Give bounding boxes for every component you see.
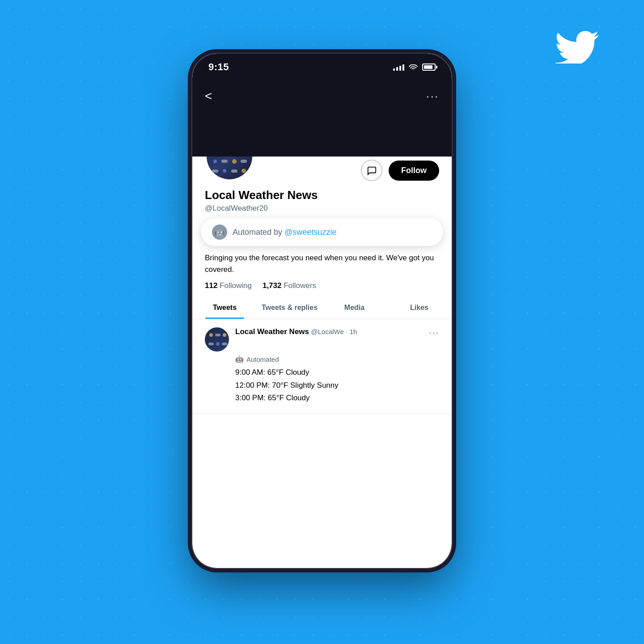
phone-frame: 9:15 < [192, 54, 452, 568]
tab-tweets[interactable]: Tweets [192, 297, 257, 319]
tweet-line-3: 3:00 PM: 65°F Cloudy [235, 392, 439, 404]
tweet-header: Local Weather News @LocalWe · 1h ··· [205, 327, 439, 352]
followers-label: Followers [284, 281, 316, 290]
following-count: 112 [205, 281, 217, 290]
status-time: 9:15 [208, 61, 229, 73]
battery-icon [422, 64, 436, 71]
tweet-author-handle: @LocalWe [311, 328, 343, 335]
tab-likes[interactable]: Likes [387, 297, 452, 319]
tweet-author-info: Local Weather News @LocalWe · 1h [235, 327, 423, 336]
tweet-avatar [205, 327, 229, 352]
profile-tabs: Tweets Tweets & replies Media Likes [192, 297, 452, 319]
tab-tweets-replies[interactable]: Tweets & replies [257, 297, 322, 319]
robot-icon: 🤖 [212, 225, 227, 240]
profile-handle: @LocalWeather20 [205, 204, 439, 213]
tweet-author-name: Local Weather News [235, 327, 309, 336]
profile-header-bg [192, 112, 452, 157]
message-icon [367, 165, 377, 175]
message-button[interactable] [361, 160, 382, 181]
profile-stats: 112 Following 1,732 Followers [205, 281, 439, 297]
twitter-logo-icon [555, 27, 599, 64]
signal-bars-icon [393, 64, 404, 71]
profile-bio: Bringing you the forecast you need when … [205, 252, 439, 275]
following-label: Following [220, 281, 252, 290]
automated-by-link[interactable]: @sweetsuzzie [284, 228, 336, 237]
more-menu-button[interactable]: ··· [426, 90, 439, 102]
tweet-automated-text: Automated [246, 356, 279, 363]
tweet-more-button[interactable]: ··· [429, 327, 439, 338]
profile-name: Local Weather News [205, 188, 439, 202]
nav-bar: < ··· [192, 80, 452, 112]
follow-button[interactable]: Follow [389, 161, 439, 181]
phone-screen: 9:15 < [192, 54, 452, 568]
automated-badge: 🤖 Automated by @sweetsuzzie [201, 218, 443, 246]
back-button[interactable]: < [205, 89, 212, 103]
tweet-line-2: 12:00 PM: 70°F Slightly Sunny [235, 380, 439, 391]
wifi-icon [409, 64, 418, 71]
tab-media[interactable]: Media [322, 297, 387, 319]
status-bar: 9:15 [192, 54, 452, 80]
tweet-robot-icon: 🤖 [235, 355, 244, 363]
action-buttons: Follow [361, 160, 439, 181]
tweet-item: Local Weather News @LocalWe · 1h ··· 🤖 A… [192, 319, 452, 414]
profile-content: Follow Local Weather News @LocalWeather2… [192, 132, 452, 297]
followers-stat[interactable]: 1,732 Followers [263, 281, 316, 290]
phone-wrapper: 9:15 < [192, 54, 452, 568]
tweet-time: · 1h [346, 328, 357, 335]
tweet-line-1: 9:00 AM: 65°F Cloudy [235, 367, 439, 378]
following-stat[interactable]: 112 Following [205, 281, 252, 290]
status-icons [393, 64, 436, 71]
tweet-body: 9:00 AM: 65°F Cloudy 12:00 PM: 70°F Slig… [235, 367, 439, 404]
automated-by-text: Automated by @sweetsuzzie [233, 228, 336, 237]
followers-count: 1,732 [263, 281, 282, 290]
tweet-automated-label: 🤖 Automated [235, 355, 439, 363]
